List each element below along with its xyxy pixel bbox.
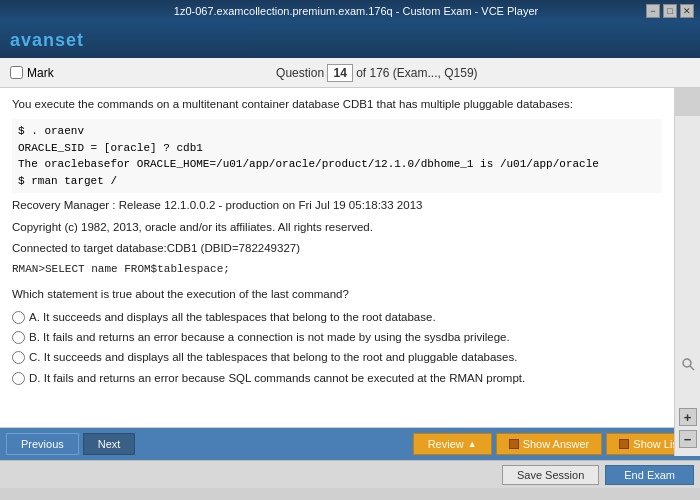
svg-line-1 bbox=[690, 366, 694, 370]
question-intro: You execute the commands on a multitenan… bbox=[12, 96, 662, 113]
maximize-button[interactable]: □ bbox=[663, 4, 677, 18]
main-content: You execute the commands on a multitenan… bbox=[0, 88, 674, 428]
logo-part1: avan bbox=[10, 30, 55, 50]
option-d-text: D. It fails and returns an error because… bbox=[29, 370, 525, 387]
connected-text: Connected to target database:CDB1 (DBID=… bbox=[12, 240, 662, 257]
next-button[interactable]: Next bbox=[83, 433, 136, 455]
show-list-icon bbox=[619, 439, 629, 449]
mark-label: Mark bbox=[27, 66, 54, 80]
svg-point-0 bbox=[683, 359, 691, 367]
mark-area[interactable]: Mark bbox=[10, 66, 54, 80]
search-icon bbox=[681, 357, 695, 374]
question-header: Mark Question 14 of 176 (Exam..., Q159) bbox=[0, 58, 700, 88]
zoom-in-button[interactable]: + bbox=[679, 408, 697, 426]
review-arrow-icon: ▲ bbox=[468, 439, 477, 449]
option-a[interactable]: A. It succeeds and displays all the tabl… bbox=[12, 309, 662, 326]
question-number-area: Question 14 of 176 (Exam..., Q159) bbox=[64, 64, 690, 82]
right-panel: + − bbox=[674, 116, 700, 456]
copyright-text: Copyright (c) 1982, 2013, oracle and/or … bbox=[12, 219, 662, 236]
window-title: 1z0-067.examcollection.premium.exam.176q… bbox=[66, 5, 646, 17]
option-a-radio[interactable] bbox=[12, 311, 25, 324]
code-line-4: $ rman target / bbox=[18, 173, 656, 190]
save-session-button[interactable]: Save Session bbox=[502, 465, 599, 485]
option-a-text: A. It succeeds and displays all the tabl… bbox=[29, 309, 436, 326]
code-line-1: $ . oraenv bbox=[18, 123, 656, 140]
code-line-3: The oraclebasefor ORACLE_HOME=/u01/app/o… bbox=[18, 156, 656, 173]
minimize-button[interactable]: − bbox=[646, 4, 660, 18]
main-wrapper: Mark Question 14 of 176 (Exam..., Q159) … bbox=[0, 58, 700, 428]
logo-area: avanset bbox=[0, 22, 700, 58]
review-button[interactable]: Review ▲ bbox=[413, 433, 492, 455]
logo: avanset bbox=[10, 30, 84, 51]
option-b-text: B. It fails and returns an error because… bbox=[29, 329, 510, 346]
recovery-text: Recovery Manager : Release 12.1.0.0.2 - … bbox=[12, 197, 662, 214]
option-b[interactable]: B. It fails and returns an error because… bbox=[12, 329, 662, 346]
option-b-radio[interactable] bbox=[12, 331, 25, 344]
which-statement: Which statement is true about the execut… bbox=[12, 286, 662, 303]
options-list: A. It succeeds and displays all the tabl… bbox=[12, 309, 662, 387]
previous-button[interactable]: Previous bbox=[6, 433, 79, 455]
mark-checkbox[interactable] bbox=[10, 66, 23, 79]
bottom-toolbar: Previous Next Review ▲ Show Answer Show … bbox=[0, 428, 700, 460]
zoom-out-button[interactable]: − bbox=[679, 430, 697, 448]
logo-part2: set bbox=[55, 30, 84, 50]
bottom-action-bar: Save Session End Exam bbox=[0, 460, 700, 488]
option-c-radio[interactable] bbox=[12, 351, 25, 364]
option-c-text: C. It succeeds and displays all the tabl… bbox=[29, 349, 517, 366]
question-label: Question bbox=[276, 66, 324, 80]
option-c[interactable]: C. It succeeds and displays all the tabl… bbox=[12, 349, 662, 366]
end-exam-button[interactable]: End Exam bbox=[605, 465, 694, 485]
show-answer-button[interactable]: Show Answer bbox=[496, 433, 603, 455]
review-label: Review bbox=[428, 438, 464, 450]
option-d-radio[interactable] bbox=[12, 372, 25, 385]
question-of-total: of 176 (Exam..., Q159) bbox=[356, 66, 477, 80]
close-button[interactable]: ✕ bbox=[680, 4, 694, 18]
rman-cmd: RMAN>SELECT name FROM$tablespace; bbox=[12, 261, 662, 278]
show-answer-icon bbox=[509, 439, 519, 449]
title-bar: 1z0-067.examcollection.premium.exam.176q… bbox=[0, 0, 700, 22]
window-controls[interactable]: − □ ✕ bbox=[646, 4, 694, 18]
option-d[interactable]: D. It fails and returns an error because… bbox=[12, 370, 662, 387]
question-number-box: 14 bbox=[327, 64, 352, 82]
show-answer-label: Show Answer bbox=[523, 438, 590, 450]
code-line-2: ORACLE_SID = [oracle] ? cdb1 bbox=[18, 140, 656, 157]
code-block: $ . oraenv ORACLE_SID = [oracle] ? cdb1 … bbox=[12, 119, 662, 193]
